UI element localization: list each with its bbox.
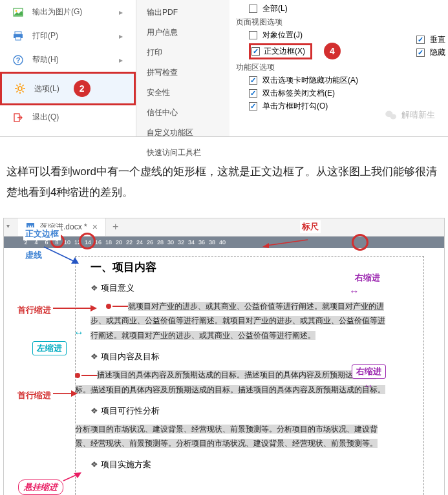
svg-line-12 xyxy=(16,85,17,86)
annotation-first-indent: 首行缩进 xyxy=(16,389,53,402)
ruler-tick: 24 xyxy=(134,239,145,246)
opt-dbl-tab[interactable]: 双击选项卡时隐藏功能区(A) xyxy=(249,75,442,86)
ruler-tick: 26 xyxy=(145,239,155,246)
chevron-right-icon: ▸ xyxy=(119,8,123,17)
opt-vert[interactable]: 垂直 xyxy=(416,34,445,45)
opt-label: 全部(L) xyxy=(262,3,288,14)
mid-item[interactable]: 拼写检查 xyxy=(136,63,229,83)
svg-line-15 xyxy=(23,85,24,86)
mid-item[interactable]: 用户信息 xyxy=(136,23,229,43)
doc-paragraph: 描述项目的具体内容及所预期达成的目标。描述项目的具体内容及所预期达成的目标。描述… xyxy=(75,368,388,397)
ruler-tick: 32 xyxy=(176,239,186,246)
checkbox-icon[interactable] xyxy=(416,36,425,44)
svg-point-1 xyxy=(16,10,17,12)
annotation-circle xyxy=(79,233,96,249)
annotation-textframe: 正文边框 xyxy=(23,227,61,240)
annotation-dotted: 虚线 xyxy=(23,249,44,262)
annotation-badge-4: 4 xyxy=(324,43,341,59)
menu-export-image[interactable]: 输出为图片(G) ▸ xyxy=(0,0,136,24)
annotation-red-box: 正文边框(X) xyxy=(249,43,312,59)
new-tab-button[interactable]: + xyxy=(106,221,125,233)
opt-text-frame-row: 正文边框(X) 4 xyxy=(249,43,442,59)
menu-label: 退出(Q) xyxy=(32,112,59,123)
annotation-left-indent: 左缩进 xyxy=(32,341,67,355)
menu-options[interactable]: 选项(L) 2 xyxy=(0,72,136,105)
mid-item[interactable]: 安全性 xyxy=(136,83,229,103)
opt-label: 双击标签关闭文档(E) xyxy=(262,88,335,99)
svg-point-18 xyxy=(390,114,396,119)
checkbox-icon[interactable] xyxy=(249,102,257,111)
svg-marker-24 xyxy=(71,257,79,264)
document-body: 一、项目内容 项目意义 就项目对产业的进步、或其商业、公益价值等进行阐述。就项目… xyxy=(4,248,444,495)
ruler-tick: 34 xyxy=(186,239,197,246)
opt-dbl-label[interactable]: 双击标签关闭文档(E) xyxy=(249,88,442,99)
opt-obj-position[interactable]: 对象位置(J) xyxy=(249,30,442,41)
menu-help[interactable]: ? 帮助(H) ▸ xyxy=(0,48,136,72)
annotation-hanging-indent: 悬挂缩进 xyxy=(18,479,63,495)
ruler-tick: 20 xyxy=(114,239,124,246)
opt-all[interactable]: 全部(L) xyxy=(249,3,442,14)
doc-heading-2: 项目意义 xyxy=(91,282,388,294)
doc-heading-2: 项目实施方案 xyxy=(91,459,388,470)
ruler-tick: 22 xyxy=(124,239,134,246)
menu-print[interactable]: 打印(P) ▸ xyxy=(0,24,136,48)
help-icon: ? xyxy=(13,55,23,65)
ruler-tick: 38 xyxy=(207,239,217,246)
annotation-arrow xyxy=(61,470,84,483)
doc-heading-2: 项目内容及目标 xyxy=(91,351,388,363)
ruler-tick: 40 xyxy=(217,239,228,246)
close-icon[interactable]: × xyxy=(92,222,98,232)
mid-item[interactable]: 信任中心 xyxy=(136,103,229,123)
annotation-ruler: 标尺 xyxy=(300,220,321,233)
opt-label: 双击选项卡时隐藏功能区(A) xyxy=(262,75,358,86)
mid-item[interactable]: 自定义功能区 xyxy=(136,123,229,143)
document-tabs-bar: ▾ W 落缩进.docx * × + 标尺 正文边框 xyxy=(4,218,444,237)
annotation-circle xyxy=(352,234,368,251)
ruler-tick: 30 xyxy=(165,239,176,246)
checkbox-icon[interactable] xyxy=(249,31,257,39)
svg-rect-2 xyxy=(15,32,21,34)
svg-point-7 xyxy=(18,87,22,90)
svg-line-23 xyxy=(44,247,76,262)
opt-label: 对象位置(J) xyxy=(262,30,303,41)
para-text: 就项目对产业的进步、或其商业、公益价值等进行阐述。就项目对产业的进步、或其商业、… xyxy=(91,302,385,341)
watermark: 解晴新生 xyxy=(385,109,435,121)
checkbox-icon[interactable] xyxy=(249,5,257,13)
checkbox-icon[interactable] xyxy=(249,89,257,98)
backstage-left-menu: 输出为图片(G) ▸ 打印(P) ▸ ? 帮助(H) ▸ 选项(L) 2 xyxy=(0,0,136,136)
menu-exit[interactable]: 退出(Q) xyxy=(0,105,136,129)
mid-item[interactable]: 快速访问工具栏 xyxy=(136,143,229,163)
document-content: 一、项目内容 项目意义 就项目对产业的进步、或其商业、公益价值等进行阐述。就项目… xyxy=(91,260,388,471)
annotation-badge-2: 2 xyxy=(74,80,91,97)
right-options-column: 垂直 隐藏 xyxy=(416,32,445,60)
options-detail-panel: 全部(L) 页面视图选项 对象位置(J) 正文边框(X) 4 功能区选项 双击选… xyxy=(229,0,448,136)
document-window: ▾ W 落缩进.docx * × + 标尺 正文边框 2 4 6 8 10 12… xyxy=(3,218,445,495)
chevron-right-icon: ▸ xyxy=(119,32,123,41)
backstage-area: 输出为图片(G) ▸ 打印(P) ▸ ? 帮助(H) ▸ 选项(L) 2 xyxy=(0,0,448,137)
chevron-right-icon: ▸ xyxy=(119,56,123,65)
mid-item[interactable]: 输出PDF xyxy=(136,3,229,23)
group-pageview-title: 页面视图选项 xyxy=(236,17,442,28)
annotation-first-indent: 首行缩进 xyxy=(16,304,53,317)
double-arrow-icon: ↔ xyxy=(363,380,374,392)
annotation-arrow xyxy=(40,244,85,268)
svg-line-29 xyxy=(63,474,78,481)
options-category-list: 输出PDF 用户信息 打印 拼写检查 安全性 信任中心 自定义功能区 快速访问工… xyxy=(136,0,229,136)
svg-line-14 xyxy=(16,91,17,92)
dropdown-icon[interactable]: ▾ xyxy=(6,222,10,229)
opt-hide[interactable]: 隐藏 xyxy=(416,47,445,58)
group-ribbon-title: 功能区选项 xyxy=(236,62,442,73)
menu-label: 打印(P) xyxy=(32,30,58,41)
opt-label: 正文边框(X) xyxy=(264,46,305,57)
horizontal-ruler[interactable]: 2 4 6 8 10 12 14 16 18 20 22 24 26 28 30… xyxy=(4,237,444,248)
checkbox-icon[interactable] xyxy=(249,76,257,85)
checkbox-icon[interactable] xyxy=(416,48,425,57)
menu-label: 选项(L) xyxy=(34,83,59,94)
doc-paragraph: 就项目对产业的进步、或其商业、公益价值等进行阐述。就项目对产业的进步、或其商业、… xyxy=(91,299,388,343)
exit-icon xyxy=(13,112,23,123)
checkbox-icon[interactable] xyxy=(251,47,260,56)
opt-label: 垂直 xyxy=(430,34,445,45)
mid-item[interactable]: 打印 xyxy=(136,43,229,63)
doc-heading-2: 项目可行性分析 xyxy=(91,405,388,417)
annotation-right-indent: 右缩进 xyxy=(353,271,382,284)
